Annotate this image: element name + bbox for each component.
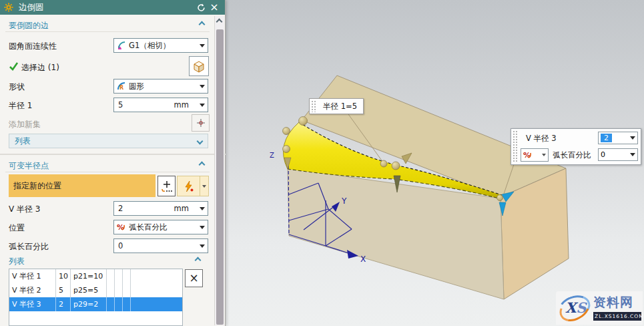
edge-blend-dialog: 边倒圆 × 要倒圆的边 圆角面连续性 G1（相切） [0, 0, 226, 326]
handle-sphere[interactable] [299, 117, 308, 126]
check-icon [9, 61, 19, 71]
quick-pick-dropdown[interactable] [200, 176, 208, 196]
reset-icon [197, 3, 206, 12]
nx-application-window: Y X Z [0, 0, 644, 326]
arc-percent-icon: % [523, 150, 533, 160]
vradius3-value[interactable]: 2 [118, 204, 174, 213]
position-value: 弧长百分比 [129, 222, 200, 232]
handle-sphere[interactable] [380, 160, 387, 167]
panel-radius-input[interactable]: 2 [598, 132, 638, 144]
dropdown-caret-icon[interactable] [200, 244, 205, 248]
arc-percent-icon: % [117, 222, 126, 232]
y-axis-label: Y [341, 196, 347, 206]
select-edge-label: 选择边 (1) [21, 62, 59, 73]
list-bar-collapsed[interactable]: 列表 [9, 134, 208, 148]
scrollbar-thumb[interactable] [216, 29, 224, 325]
quick-pick-button[interactable] [178, 180, 200, 192]
arc-percent-input[interactable]: 0 [113, 238, 208, 253]
quick-pick-button-group[interactable] [177, 176, 209, 196]
dropdown-caret-icon[interactable] [200, 207, 205, 210]
vradius3-unit[interactable]: mm [174, 204, 189, 213]
dialog-scrollbar[interactable] [214, 16, 224, 325]
close-button[interactable]: × [208, 1, 221, 13]
dropdown-caret-icon[interactable] [200, 85, 205, 88]
vradius3-label: V 半径 3 [9, 204, 40, 215]
section-variable-radius[interactable]: 可变半径点 [5, 159, 210, 172]
dropdown-caret-icon[interactable] [630, 153, 635, 156]
z-axis-label: Z [270, 152, 274, 159]
shape-label: 形状 [9, 82, 25, 93]
collapse-chevron-icon[interactable] [199, 21, 206, 28]
x-axis-label: X [360, 255, 366, 264]
handle-sphere[interactable] [283, 128, 290, 135]
add-new-set-button[interactable] [192, 114, 210, 132]
handle-sphere[interactable] [497, 195, 503, 201]
panel-arc-percent-label: 弧长百分比 [553, 150, 591, 160]
shape-dropdown[interactable]: R 圆形 [113, 79, 208, 94]
dropdown-caret-icon[interactable] [200, 226, 205, 229]
continuity-dropdown[interactable]: G1（相切） [113, 38, 208, 53]
dropdown-caret-icon[interactable] [200, 44, 205, 47]
vradius3-input[interactable]: 2 mm [113, 201, 208, 216]
tooltip-grip-icon[interactable] [311, 100, 317, 112]
position-label: 位置 [9, 222, 25, 234]
dropdown-caret-icon[interactable] [542, 154, 546, 156]
radius1-label: 半径 1 [9, 100, 32, 112]
watermark-site-url: ZL.XS1616.COM [593, 312, 641, 321]
reset-button[interactable] [194, 1, 208, 13]
add-set-icon [196, 118, 206, 128]
collapse-chevron-icon[interactable] [199, 162, 206, 168]
variable-radius-table[interactable]: V 半径 1 10 p21=10 V 半径 2 5 p25=5 V 半径 3 2… [9, 269, 183, 326]
expand-chevron-icon[interactable] [197, 138, 204, 144]
watermark-logo: XS [557, 294, 593, 322]
arc-percent-value[interactable]: 0 [118, 241, 200, 251]
radius-tooltip[interactable]: 半径 1=5 [309, 98, 364, 114]
continuity-label: 圆角面连续性 [9, 41, 57, 52]
list-label: 列表 [15, 136, 198, 147]
watermark-site-name: 资料网 [593, 293, 641, 311]
continuity-value: G1（相切） [129, 41, 200, 51]
dialog-title: 边倒圆 [19, 2, 194, 13]
panel-grip-icon[interactable] [513, 130, 519, 163]
list-header-label: 列表 [9, 256, 25, 267]
panel-radius-label: V 半径 3 [526, 134, 557, 143]
section-list[interactable]: 列表 [5, 255, 210, 268]
panel-arc-percent-input[interactable]: 0 [598, 148, 638, 161]
specify-new-location-field[interactable]: 指定新的位置 [9, 174, 155, 197]
radius1-input[interactable]: 5 mm [113, 98, 208, 112]
remove-row-button[interactable]: × [185, 269, 203, 287]
solid-body-preview-button[interactable] [189, 56, 209, 76]
section-edges-to-blend[interactable]: 要倒圆的边 [5, 19, 210, 32]
table-row[interactable]: V 半径 2 5 p25=5 [9, 283, 182, 297]
radius1-value[interactable]: 5 [118, 100, 174, 110]
svg-text:%: % [117, 223, 124, 232]
table-row-selected[interactable]: V 半径 3 2 p29=2 [9, 297, 182, 311]
panel-radius-value[interactable]: 2 [601, 134, 612, 142]
panel-position-type-combo[interactable]: % [521, 148, 549, 162]
watermark: XS 资料网 ZL.XS1616.COM [556, 291, 643, 325]
g1-continuity-icon [117, 41, 126, 50]
delete-x-icon: × [189, 273, 198, 284]
onscreen-input-panel[interactable]: V 半径 3 2 % 弧长百分比 0 [511, 128, 641, 165]
shape-value: 圆形 [129, 82, 200, 92]
section-divider [0, 154, 226, 155]
scroll-up-icon[interactable] [216, 19, 223, 25]
handle-sphere[interactable] [283, 146, 290, 153]
gear-icon [4, 3, 13, 12]
dialog-titlebar[interactable]: 边倒圆 × [0, 0, 225, 15]
3d-viewport[interactable]: Y X Z [224, 0, 644, 326]
radius1-unit[interactable]: mm [174, 100, 189, 110]
specify-new-location-label: 指定新的位置 [13, 180, 61, 192]
svg-text:R: R [119, 85, 123, 91]
table-row[interactable]: V 半径 1 10 p21=10 [9, 269, 182, 283]
collapse-chevron-icon[interactable] [195, 257, 202, 264]
svg-text:%: % [523, 151, 531, 160]
section-header-label: 要倒圆的边 [9, 20, 49, 31]
panel-arc-percent-value[interactable]: 0 [601, 150, 630, 159]
handle-sphere[interactable] [392, 162, 400, 170]
position-dropdown[interactable]: % 弧长百分比 [113, 220, 208, 234]
dropdown-caret-icon[interactable] [200, 104, 205, 107]
dropdown-caret-icon[interactable] [630, 136, 635, 140]
point-constructor-button[interactable] [157, 176, 176, 196]
circular-shape-icon: R [117, 82, 126, 91]
